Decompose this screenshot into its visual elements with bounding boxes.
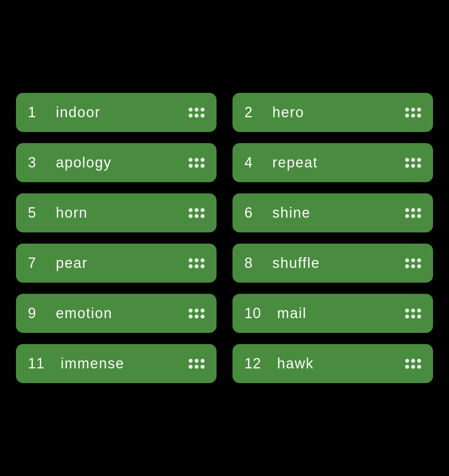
dot <box>417 365 421 369</box>
dots-icon[interactable] <box>189 208 205 218</box>
dots-icon[interactable] <box>405 359 421 369</box>
dot <box>195 158 199 162</box>
card-left-section: 12hawk <box>244 355 314 372</box>
card-left-section: 2hero <box>244 104 304 121</box>
card-word: repeat <box>272 154 318 171</box>
card-left-section: 3apology <box>28 154 112 171</box>
dots-icon[interactable] <box>189 158 205 168</box>
card-number: 11 <box>28 355 45 372</box>
dot <box>417 359 421 363</box>
dot <box>405 365 409 369</box>
card-item-1[interactable]: 1indoor <box>16 93 217 132</box>
dot <box>417 315 421 319</box>
card-word: emotion <box>56 305 112 322</box>
card-left-section: 9emotion <box>28 305 112 322</box>
dot <box>201 208 205 212</box>
dot <box>417 108 421 112</box>
dot <box>405 214 409 218</box>
dots-icon[interactable] <box>405 208 421 218</box>
card-number: 3 <box>28 154 40 171</box>
dots-icon[interactable] <box>405 108 421 118</box>
dot <box>201 164 205 168</box>
dot <box>411 108 415 112</box>
dot <box>195 164 199 168</box>
card-word: horn <box>56 205 88 221</box>
card-item-8[interactable]: 8shuffle <box>232 244 433 283</box>
card-item-11[interactable]: 11immense <box>16 344 217 383</box>
dot <box>417 258 421 262</box>
card-number: 2 <box>244 104 256 121</box>
dots-icon[interactable] <box>189 309 205 319</box>
dot <box>405 315 409 319</box>
dot <box>195 359 199 363</box>
dot <box>201 114 205 118</box>
dot <box>411 164 415 168</box>
dot <box>411 158 415 162</box>
dots-icon[interactable] <box>405 158 421 168</box>
card-word: shine <box>272 205 311 221</box>
dot <box>201 365 205 369</box>
dots-icon[interactable] <box>189 359 205 369</box>
card-word: shuffle <box>272 255 320 271</box>
dot <box>195 114 199 118</box>
card-word: mail <box>277 305 307 322</box>
card-item-9[interactable]: 9emotion <box>16 294 217 333</box>
dot <box>201 264 205 268</box>
card-left-section: 8shuffle <box>244 255 320 271</box>
card-left-section: 4repeat <box>244 154 318 171</box>
dot <box>417 164 421 168</box>
dot <box>411 309 415 313</box>
card-item-7[interactable]: 7pear <box>16 244 217 283</box>
word-grid: 1indoor2hero3apology4repeat5horn6shine7p… <box>16 93 433 383</box>
dot <box>411 365 415 369</box>
dot <box>189 208 193 212</box>
dot <box>189 164 193 168</box>
dot <box>189 258 193 262</box>
dots-icon[interactable] <box>189 258 205 268</box>
dot <box>195 315 199 319</box>
card-word: immense <box>61 355 124 372</box>
card-item-10[interactable]: 10mail <box>232 294 433 333</box>
dot <box>405 208 409 212</box>
dot <box>201 214 205 218</box>
card-number: 9 <box>28 305 40 322</box>
card-number: 12 <box>244 355 261 372</box>
card-number: 1 <box>28 104 40 121</box>
dot <box>417 208 421 212</box>
card-left-section: 5horn <box>28 205 88 221</box>
card-item-4[interactable]: 4repeat <box>232 143 433 182</box>
dot <box>189 309 193 313</box>
dots-icon[interactable] <box>405 258 421 268</box>
dot <box>405 264 409 268</box>
dot <box>417 264 421 268</box>
card-item-2[interactable]: 2hero <box>232 93 433 132</box>
card-item-6[interactable]: 6shine <box>232 193 433 232</box>
dot <box>189 365 193 369</box>
card-item-12[interactable]: 12hawk <box>232 344 433 383</box>
card-word: hero <box>272 104 304 121</box>
dots-icon[interactable] <box>405 309 421 319</box>
dot <box>201 309 205 313</box>
dots-icon[interactable] <box>189 108 205 118</box>
dot <box>411 359 415 363</box>
dot <box>405 164 409 168</box>
dot <box>189 214 193 218</box>
dot <box>189 114 193 118</box>
card-word: apology <box>56 154 112 171</box>
card-number: 5 <box>28 205 40 221</box>
dot <box>195 108 199 112</box>
dot <box>189 264 193 268</box>
card-number: 8 <box>244 255 256 271</box>
dot <box>405 114 409 118</box>
dot <box>189 108 193 112</box>
card-number: 10 <box>244 305 261 322</box>
dot <box>417 158 421 162</box>
card-left-section: 1indoor <box>28 104 100 121</box>
card-word: pear <box>56 255 88 271</box>
dot <box>195 208 199 212</box>
card-item-5[interactable]: 5horn <box>16 193 217 232</box>
dot <box>195 264 199 268</box>
dot <box>411 214 415 218</box>
dot <box>201 315 205 319</box>
card-item-3[interactable]: 3apology <box>16 143 217 182</box>
